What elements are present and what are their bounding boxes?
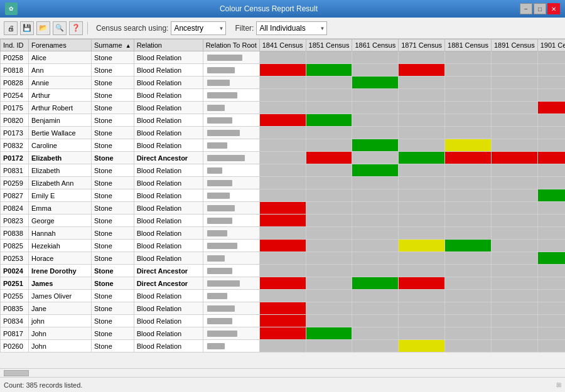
census-cell-c1891[interactable] bbox=[491, 177, 537, 189]
census-cell-c1871[interactable] bbox=[399, 227, 445, 240]
census-cell-c1841[interactable] bbox=[259, 152, 306, 164]
census-cell-c1891[interactable] bbox=[491, 327, 537, 340]
table-row[interactable]: P0831ElizabethStoneBlood Relation bbox=[1, 164, 566, 177]
census-cell-c1891[interactable] bbox=[491, 102, 537, 114]
census-cell-c1881[interactable] bbox=[445, 240, 492, 252]
census-cell-c1881[interactable] bbox=[445, 64, 492, 77]
census-cell-c1891[interactable] bbox=[491, 152, 537, 164]
census-cell-c1901[interactable] bbox=[537, 177, 565, 189]
census-cell-c1881[interactable] bbox=[445, 315, 492, 327]
census-cell-c1841[interactable] bbox=[259, 302, 306, 315]
census-cell-c1841[interactable] bbox=[259, 227, 306, 240]
census-cell-c1881[interactable] bbox=[445, 177, 492, 189]
census-cell-c1871[interactable] bbox=[399, 164, 445, 177]
census-cell-c1891[interactable] bbox=[491, 51, 537, 64]
census-cell-c1881[interactable] bbox=[445, 265, 492, 277]
census-cell-c1851[interactable] bbox=[306, 189, 352, 202]
census-cell-c1861[interactable] bbox=[352, 127, 399, 139]
census-cell-c1871[interactable] bbox=[399, 327, 445, 340]
filter-select[interactable]: All Individuals Direct Ancestors Blood R… bbox=[256, 21, 327, 35]
census-cell-c1881[interactable] bbox=[445, 127, 492, 139]
census-cell-c1861[interactable] bbox=[352, 340, 399, 352]
census-cell-c1841[interactable] bbox=[259, 51, 306, 64]
col-header-1871[interactable]: 1871 Census bbox=[399, 40, 445, 51]
table-container[interactable]: Ind. ID Forenames Surname ▲ Relation Rel… bbox=[0, 39, 565, 368]
census-cell-c1881[interactable] bbox=[445, 102, 492, 114]
col-header-1901[interactable]: 1901 Census bbox=[537, 40, 565, 51]
census-cell-c1841[interactable] bbox=[259, 340, 306, 352]
census-cell-c1871[interactable] bbox=[399, 77, 445, 89]
table-row[interactable]: P0824EmmaStoneBlood Relation bbox=[1, 202, 566, 215]
census-cell-c1881[interactable] bbox=[445, 152, 492, 164]
census-cell-c1901[interactable] bbox=[537, 315, 565, 327]
census-cell-c1861[interactable] bbox=[352, 290, 399, 302]
toolbar-icon-search[interactable]: 🔍 bbox=[53, 21, 67, 35]
census-cell-c1871[interactable] bbox=[399, 315, 445, 327]
census-cell-c1901[interactable] bbox=[537, 215, 565, 227]
census-cell-c1891[interactable] bbox=[491, 252, 537, 265]
census-cell-c1861[interactable] bbox=[352, 202, 399, 215]
census-cell-c1861[interactable] bbox=[352, 164, 399, 177]
census-cell-c1861[interactable] bbox=[352, 277, 399, 290]
census-cell-c1861[interactable] bbox=[352, 227, 399, 240]
census-cell-c1871[interactable] bbox=[399, 302, 445, 315]
census-cell-c1841[interactable] bbox=[259, 202, 306, 215]
census-cell-c1841[interactable] bbox=[259, 189, 306, 202]
census-cell-c1851[interactable] bbox=[306, 265, 352, 277]
census-cell-c1861[interactable] bbox=[352, 240, 399, 252]
census-cell-c1881[interactable] bbox=[445, 327, 492, 340]
census-cell-c1841[interactable] bbox=[259, 290, 306, 302]
horizontal-scrollbar[interactable] bbox=[0, 368, 565, 377]
census-cell-c1871[interactable] bbox=[399, 127, 445, 139]
table-row[interactable]: P0838HannahStoneBlood Relation bbox=[1, 227, 566, 240]
table-row[interactable]: P0258AliceStoneBlood Relation bbox=[1, 51, 566, 64]
census-cell-c1851[interactable] bbox=[306, 102, 352, 114]
census-cell-c1901[interactable] bbox=[537, 277, 565, 290]
table-row[interactable]: P0172ElizabethStoneDirect Ancestor bbox=[1, 152, 566, 164]
census-cell-c1891[interactable] bbox=[491, 164, 537, 177]
census-cell-c1881[interactable] bbox=[445, 51, 492, 64]
table-row[interactable]: P0254ArthurStoneBlood Relation bbox=[1, 89, 566, 102]
census-cell-c1861[interactable] bbox=[352, 189, 399, 202]
census-cell-c1851[interactable] bbox=[306, 340, 352, 352]
census-cell-c1841[interactable] bbox=[259, 315, 306, 327]
census-cell-c1861[interactable] bbox=[352, 102, 399, 114]
census-cell-c1881[interactable] bbox=[445, 114, 492, 127]
census-cell-c1861[interactable] bbox=[352, 51, 399, 64]
col-header-relation[interactable]: Relation bbox=[134, 40, 203, 51]
census-cell-c1861[interactable] bbox=[352, 89, 399, 102]
census-cell-c1901[interactable] bbox=[537, 114, 565, 127]
toolbar-icon-new[interactable]: 🖨 bbox=[4, 21, 18, 35]
minimize-button[interactable]: − bbox=[520, 3, 532, 14]
col-header-forenames[interactable]: Forenames bbox=[29, 40, 92, 51]
table-row[interactable]: P0820BenjaminStoneBlood Relation bbox=[1, 114, 566, 127]
census-cell-c1901[interactable] bbox=[537, 89, 565, 102]
census-cell-c1841[interactable] bbox=[259, 177, 306, 189]
census-cell-c1851[interactable] bbox=[306, 51, 352, 64]
census-cell-c1881[interactable] bbox=[445, 139, 492, 152]
census-cell-c1891[interactable] bbox=[491, 315, 537, 327]
census-cell-c1891[interactable] bbox=[491, 89, 537, 102]
table-row[interactable]: P0818AnnStoneBlood Relation bbox=[1, 64, 566, 77]
table-row[interactable]: P0251JamesStoneDirect Ancestor bbox=[1, 277, 566, 290]
census-cell-c1861[interactable] bbox=[352, 64, 399, 77]
table-row[interactable]: P0173Bertie WallaceStoneBlood Relation bbox=[1, 127, 566, 139]
census-cell-c1861[interactable] bbox=[352, 152, 399, 164]
census-cell-c1871[interactable] bbox=[399, 202, 445, 215]
census-cell-c1851[interactable] bbox=[306, 127, 352, 139]
census-cell-c1901[interactable] bbox=[537, 227, 565, 240]
census-cell-c1871[interactable] bbox=[399, 265, 445, 277]
census-cell-c1861[interactable] bbox=[352, 77, 399, 89]
census-cell-c1891[interactable] bbox=[491, 139, 537, 152]
col-header-relroot[interactable]: Relation To Root bbox=[203, 40, 259, 51]
table-row[interactable]: P0825HezekiahStoneBlood Relation bbox=[1, 240, 566, 252]
table-row[interactable]: P0260JohnStoneBlood Relation bbox=[1, 340, 566, 352]
col-header-1851[interactable]: 1851 Census bbox=[306, 40, 352, 51]
census-cell-c1841[interactable] bbox=[259, 327, 306, 340]
census-cell-c1841[interactable] bbox=[259, 102, 306, 114]
census-cell-c1851[interactable] bbox=[306, 327, 352, 340]
census-cell-c1901[interactable] bbox=[537, 202, 565, 215]
table-row[interactable]: P0834johnStoneBlood Relation bbox=[1, 315, 566, 327]
col-header-1891[interactable]: 1891 Census bbox=[491, 40, 537, 51]
census-cell-c1901[interactable] bbox=[537, 240, 565, 252]
